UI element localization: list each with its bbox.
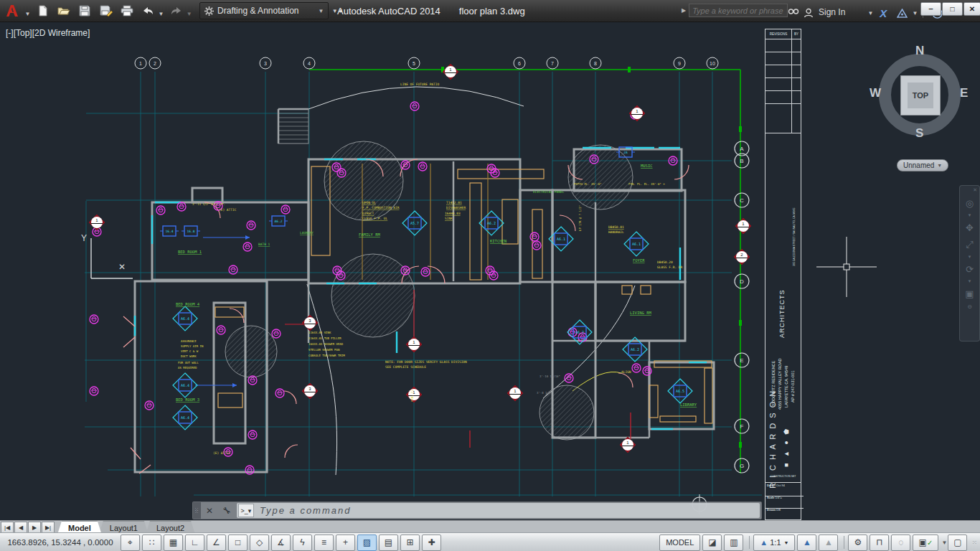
- doc-title: floor plan 3.dwg: [459, 6, 525, 17]
- open-file-button[interactable]: [55, 2, 73, 19]
- toggle-polar-tracking[interactable]: ∠: [207, 534, 226, 551]
- command-input[interactable]: >_▾ Type a command: [237, 503, 760, 518]
- plan-annotation: 3'-10 13/16": [540, 375, 560, 378]
- fixture-tag: [532, 241, 541, 250]
- toggle-transparency[interactable]: ▨: [357, 534, 377, 551]
- coordinate-display[interactable]: 1663.8926, 15.3244 , 0.0000: [0, 538, 121, 547]
- model-space-button[interactable]: MODEL: [659, 534, 700, 551]
- autodesk360-icon[interactable]: [892, 4, 911, 22]
- plan-annotation: 1644X.03 SHOWER HEAD: [308, 342, 344, 346]
- toggle-infer-constraints[interactable]: ⌖: [121, 534, 140, 551]
- command-prompt-icon[interactable]: >_▾: [238, 504, 254, 517]
- workspace-caret[interactable]: ▼: [319, 8, 324, 14]
- toggle-dynamic-input[interactable]: ϟ: [293, 534, 312, 551]
- fixture-tag-glyph: [534, 243, 540, 248]
- workspace-selector[interactable]: Drafting & Annotation ▼: [199, 2, 329, 19]
- command-close-icon[interactable]: ✕: [201, 502, 218, 519]
- clean-screen-button[interactable]: ▢: [948, 534, 967, 551]
- casework: [502, 199, 518, 244]
- toggle-dynamic-ucs[interactable]: +: [336, 534, 355, 551]
- sign-in-button[interactable]: Sign In: [819, 7, 845, 17]
- app-title: Autodesk AutoCAD 2014: [337, 6, 440, 17]
- grid-bubble-label: 4: [308, 61, 311, 66]
- fixture-box-label: 16.4: [166, 230, 174, 233]
- drawing-canvas[interactable]: A5.7A6.2A6.1A6.1A6.2A6.2A6.5A6.4A6.4A6.4…: [0, 22, 980, 551]
- undo-caret[interactable]: ▼: [157, 5, 164, 22]
- command-line[interactable]: ⁙⁙ ✕ 🔧︎ >_▾ Type a command: [192, 501, 762, 519]
- fixture-tag-glyph: [413, 104, 418, 108]
- annotation-scale-button[interactable]: ▲1:1 ▼: [753, 534, 795, 551]
- statusbar-grip[interactable]: ⁙: [971, 539, 978, 546]
- navbar-menu-icon[interactable]: ⊖: [960, 302, 979, 311]
- workspace-switch-gear-icon[interactable]: ⚙︎: [848, 534, 867, 551]
- orbit-caret-icon[interactable]: ▾: [960, 278, 979, 285]
- layout-button[interactable]: ◪: [702, 534, 722, 551]
- plan-annotation: MUSIC: [641, 164, 653, 168]
- orbit-icon[interactable]: ⟳: [960, 260, 979, 278]
- minimize-button[interactable]: ‒: [920, 2, 941, 16]
- search-icon[interactable]: [786, 4, 801, 22]
- toggle-snap-mode[interactable]: ∷: [142, 534, 161, 551]
- app-menu-caret[interactable]: ▼: [24, 5, 31, 22]
- green-tick: [739, 320, 742, 326]
- undo-button[interactable]: [138, 2, 157, 19]
- toolbar-lock-icon[interactable]: ⊓: [870, 534, 889, 551]
- redo-caret[interactable]: ▼: [186, 5, 193, 22]
- zoom-icon[interactable]: ⤢: [960, 236, 979, 253]
- close-button[interactable]: ✕: [963, 2, 980, 16]
- toggle-selection-cycling[interactable]: ⊞: [400, 534, 420, 551]
- navigation-wheel-icon[interactable]: ◎: [960, 194, 979, 212]
- plot-button[interactable]: [118, 2, 136, 19]
- viewcube-east[interactable]: E: [960, 86, 968, 100]
- command-customize-icon[interactable]: 🔧︎: [218, 502, 235, 519]
- restore-button[interactable]: □: [942, 2, 963, 16]
- viewcube-north[interactable]: N: [915, 44, 924, 58]
- toggle-ortho-mode[interactable]: ∟: [185, 534, 204, 551]
- grid-bubble-label: D: [740, 278, 744, 285]
- plan-annotation: SEE COMPLETE SCHEDULE: [385, 365, 426, 369]
- toggle-lineweight[interactable]: ≡: [314, 534, 334, 551]
- quick-view-layouts-button[interactable]: ▥: [724, 534, 743, 551]
- redo-button[interactable]: [167, 2, 186, 19]
- viewcube-view-dropdown[interactable]: Unnamed▼: [897, 159, 948, 171]
- search-input[interactable]: [689, 4, 788, 17]
- viewcube-face-top[interactable]: TOP: [900, 75, 941, 116]
- isolate-objects-icon[interactable]: ◌: [891, 534, 910, 551]
- toggle-grid-display[interactable]: ▦: [164, 534, 183, 551]
- plan-annotation: 16444.03: [445, 212, 461, 215]
- toggle-object-snap[interactable]: □: [228, 534, 248, 551]
- toggle-quick-properties[interactable]: ▤: [379, 534, 398, 551]
- pan-icon[interactable]: ✥: [960, 219, 979, 236]
- toggle-annotation-monitor[interactable]: ✚: [422, 534, 441, 551]
- viewcube-west[interactable]: W: [870, 86, 881, 100]
- autodesk360-caret[interactable]: ▼: [911, 4, 918, 22]
- save-button[interactable]: [75, 2, 94, 19]
- zoom-caret-icon[interactable]: ▾: [960, 253, 979, 260]
- sign-in-caret[interactable]: ▼: [867, 4, 874, 22]
- fixture-tag: [177, 202, 186, 211]
- hardware-accel-caret[interactable]: ▼: [941, 535, 948, 550]
- showmotion-icon[interactable]: ▣: [960, 285, 979, 302]
- casework: [705, 368, 712, 423]
- new-file-button[interactable]: [34, 2, 52, 19]
- grid-bubble-label: 6: [518, 61, 521, 66]
- annotation-visibility-button[interactable]: ▲: [797, 534, 816, 551]
- toggle-3d-object-snap[interactable]: ◇: [250, 534, 269, 551]
- app-logo[interactable]: [3, 2, 22, 19]
- search-expand-arrow[interactable]: ▶: [682, 7, 686, 14]
- exchange-apps-icon[interactable]: X: [874, 4, 892, 22]
- viewport-controls[interactable]: [-][Top][2D Wireframe]: [6, 28, 90, 38]
- viewcube[interactable]: N S W E TOP Unnamed▼: [872, 50, 967, 172]
- save-as-button[interactable]: [97, 2, 116, 19]
- viewcube-south[interactable]: S: [915, 126, 923, 141]
- leader-arrow: [245, 235, 250, 240]
- revisions-header: REVISIONS: [765, 29, 791, 39]
- wheel-caret-icon[interactable]: ▾: [960, 212, 979, 219]
- navigation-bar[interactable]: ✕ ◎ ▾ ✥ ⤢ ▾ ⟳ ▾ ▣ ⊖: [959, 185, 980, 342]
- command-line-handle[interactable]: ⁙⁙: [193, 502, 201, 519]
- navbar-close-icon[interactable]: ✕: [960, 186, 979, 194]
- toggle-object-snap-tracking[interactable]: ∡: [271, 534, 291, 551]
- casework: [660, 416, 696, 422]
- hardware-acceleration-icon[interactable]: ▣✓: [913, 534, 938, 551]
- autoscale-button[interactable]: ▲: [819, 534, 838, 551]
